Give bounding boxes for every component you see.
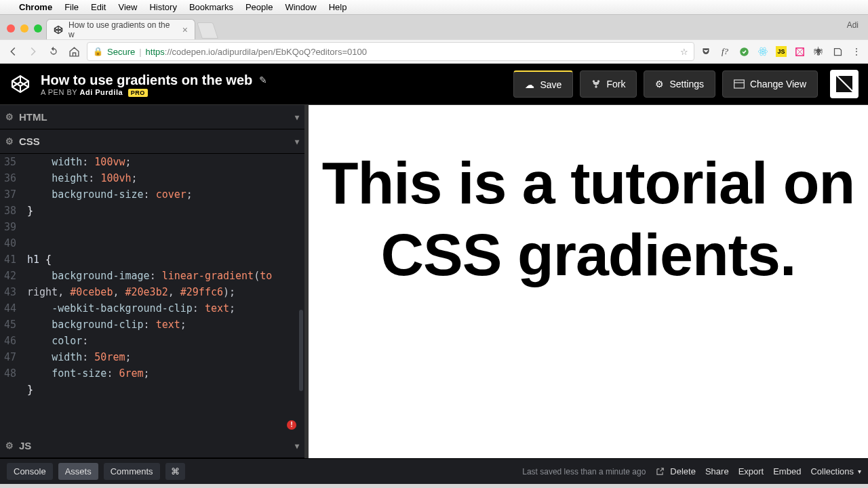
editor-scrollbar[interactable] [299,310,303,391]
open-external-icon[interactable] [655,467,665,476]
pen-byline: A PEN BY Adi Purdila PRO [41,88,267,96]
css-editor[interactable]: 3536373839404142434445464748 width: 100v… [0,154,304,434]
macos-menubar: Chrome File Edit View History Bookmarks … [0,0,868,15]
bookmark-star-icon[interactable]: ☆ [680,47,688,57]
window-close-button[interactable] [7,24,15,33]
css-settings-icon[interactable]: ⚙ [5,136,14,146]
browser-tab[interactable]: How to use gradients on the w × [46,19,195,39]
pen-title-area: How to use gradients on the web ✎ A PEN … [41,73,267,96]
preview-heading: This is a tutorial on CSS gradients. [309,147,868,290]
assets-button[interactable]: Assets [58,463,98,480]
chrome-menu-icon[interactable]: ⋮ [850,45,863,58]
fork-button[interactable]: Fork [580,70,637,98]
preview-pane: This is a tutorial on CSS gradients. [309,105,868,458]
footer-right: Delete Share Export Embed Collections ▾ [670,466,861,476]
editor-column: ⚙ HTML ▾ ⚙ CSS ▾ 35363738394041424344454… [0,105,309,458]
css-panel-header[interactable]: ⚙ CSS ▾ [0,129,304,154]
pen-title[interactable]: How to use gradients on the web [41,73,252,88]
evernote-ext-icon[interactable] [738,45,750,58]
js-ext-icon[interactable]: JS [776,46,787,57]
menu-app[interactable]: Chrome [19,2,52,12]
js-panel-label: JS [19,440,31,451]
html-panel-header[interactable]: ⚙ HTML ▾ [0,105,304,129]
header-actions: ☁ Save Fork ⚙ Settings Change View [513,70,818,98]
menu-help[interactable]: Help [329,2,347,12]
menu-file[interactable]: File [64,2,79,12]
menu-window[interactable]: Window [285,2,316,12]
settings-button[interactable]: ⚙ Settings [644,70,715,98]
menu-history[interactable]: History [149,2,176,12]
export-button[interactable]: Export [738,466,764,476]
collections-button[interactable]: Collections ▾ [810,466,861,476]
lock-icon: 🔒 [93,47,103,56]
extensions-area: f? JS 🕷 ⋮ [700,45,863,58]
svg-rect-6 [734,80,745,88]
secure-label: Secure [107,47,135,57]
pixel-ext-icon[interactable] [793,45,806,58]
js-settings-icon[interactable]: ⚙ [5,441,14,451]
profile-label[interactable]: Adi [847,20,859,30]
tab-title: How to use gradients on the w [68,20,177,39]
author-link[interactable]: Adi Purdila [80,88,123,96]
embed-button[interactable]: Embed [773,466,801,476]
snippet-ext-icon[interactable] [831,45,844,58]
html-settings-icon[interactable]: ⚙ [5,112,14,122]
code-content[interactable]: width: 100vw; height: 100vh; background-… [27,154,299,398]
share-button[interactable]: Share [705,466,729,476]
user-avatar[interactable] [830,70,859,98]
fork-icon [591,79,601,89]
layout-icon [734,79,745,89]
codepen-header: How to use gradients on the web ✎ A PEN … [0,64,868,104]
window-controls [4,24,46,39]
separator: | [139,47,141,57]
change-view-button[interactable]: Change View [722,70,818,98]
comments-button[interactable]: Comments [104,463,160,480]
codepen-logo-icon[interactable] [9,73,31,95]
chevron-down-icon[interactable]: ▾ [295,137,299,146]
address-bar[interactable]: 🔒 Secure | https://codepen.io/adipurdila… [87,42,694,61]
chrome-tabstrip: How to use gradients on the w × Adi [0,15,868,39]
js-panel-header[interactable]: ⚙ JS ▾ [0,434,304,458]
chevron-down-icon[interactable]: ▾ [295,441,299,451]
edit-title-icon[interactable]: ✎ [259,75,267,85]
url-text: https://codepen.io/adipurdila/pen/EbKQoQ… [146,47,367,57]
bug-ext-icon[interactable]: 🕷 [812,45,825,58]
shortcuts-button[interactable]: ⌘ [165,463,185,480]
nav-forward-button[interactable] [26,44,41,59]
gear-icon: ⚙ [655,79,664,89]
nav-home-button[interactable] [66,44,81,59]
window-minimize-button[interactable] [20,24,28,33]
nav-reload-button[interactable] [46,44,61,59]
delete-button[interactable]: Delete [670,466,696,476]
css-panel-label: CSS [19,136,40,147]
line-gutter: 3536373839404142434445464748 [0,154,20,382]
tab-close-icon[interactable]: × [182,24,188,35]
html-panel-label: HTML [19,111,47,123]
nav-back-button[interactable] [5,44,20,59]
save-status: Last saved less than a minute ago [522,467,646,476]
footer-status-area: Last saved less than a minute ago [522,467,665,476]
pocket-ext-icon[interactable] [700,45,712,58]
lint-error-icon[interactable]: ! [287,420,296,430]
menu-bookmarks[interactable]: Bookmarks [189,2,233,12]
save-button[interactable]: ☁ Save [513,70,573,98]
console-button[interactable]: Console [7,463,53,480]
cloud-icon: ☁ [525,79,534,90]
new-tab-button[interactable] [197,22,218,39]
menu-view[interactable]: View [118,2,137,12]
window-zoom-button[interactable] [34,24,42,33]
fontface-ext-icon[interactable]: f? [719,45,731,58]
menu-people[interactable]: People [245,2,273,12]
codepen-favicon-icon [54,25,63,35]
workspace: ⚙ HTML ▾ ⚙ CSS ▾ 35363738394041424344454… [0,104,868,458]
chrome-toolbar: 🔒 Secure | https://codepen.io/adipurdila… [0,39,868,64]
chevron-down-icon[interactable]: ▾ [295,113,299,122]
chevron-down-icon: ▾ [858,468,861,475]
react-ext-icon[interactable] [757,45,769,58]
pro-badge: PRO [128,89,148,97]
menu-edit[interactable]: Edit [91,2,106,12]
codepen-footer: Console Assets Comments ⌘ Last saved les… [0,458,868,484]
svg-point-1 [762,51,764,53]
